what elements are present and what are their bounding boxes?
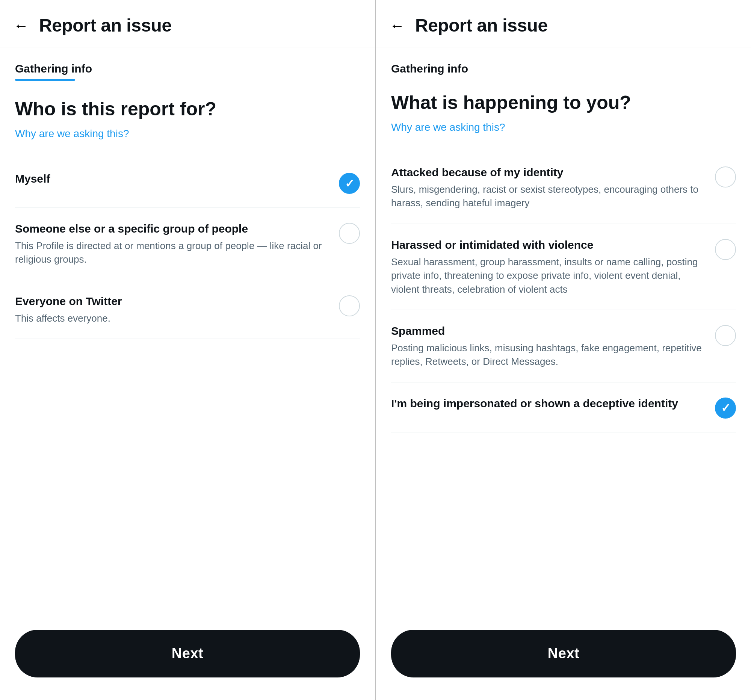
right-back-button[interactable]: ← bbox=[389, 18, 405, 33]
right-header-title: Report an issue bbox=[415, 15, 548, 36]
right-option-attacked-desc: Slurs, misgendering, racist or sexist st… bbox=[391, 182, 704, 210]
right-radio-harassed[interactable] bbox=[715, 239, 736, 260]
right-option-harassed[interactable]: Harassed or intimidated with violence Se… bbox=[391, 224, 736, 310]
right-option-spammed-label: Spammed bbox=[391, 323, 704, 338]
left-radio-everyone[interactable] bbox=[339, 295, 360, 316]
right-option-impersonated[interactable]: I'm being impersonated or shown a decept… bbox=[391, 383, 736, 433]
right-why-link[interactable]: Why are we asking this? bbox=[391, 121, 736, 133]
left-option-everyone[interactable]: Everyone on Twitter This affects everyon… bbox=[15, 280, 360, 339]
left-option-myself-label: Myself bbox=[15, 172, 328, 186]
right-gathering-label: Gathering info bbox=[391, 62, 736, 75]
left-section-title: Who is this report for? bbox=[15, 99, 360, 119]
left-option-someone-label: Someone else or a specific group of peop… bbox=[15, 221, 328, 236]
right-option-harassed-label: Harassed or intimidated with violence bbox=[391, 238, 704, 252]
right-radio-spammed[interactable] bbox=[715, 325, 736, 346]
left-option-everyone-desc: This affects everyone. bbox=[15, 312, 328, 325]
left-option-someone-else[interactable]: Someone else or a specific group of peop… bbox=[15, 208, 360, 280]
left-option-someone-desc: This Profile is directed at or mentions … bbox=[15, 239, 328, 266]
left-radio-myself[interactable] bbox=[339, 173, 360, 194]
right-radio-impersonated[interactable] bbox=[715, 397, 736, 419]
left-header-title: Report an issue bbox=[39, 15, 172, 36]
left-next-button[interactable]: Next bbox=[15, 630, 360, 677]
right-option-impersonated-label: I'm being impersonated or shown a decept… bbox=[391, 396, 704, 411]
right-option-attacked[interactable]: Attacked because of my identity Slurs, m… bbox=[391, 151, 736, 224]
left-gathering-label: Gathering info bbox=[15, 62, 360, 75]
left-option-myself[interactable]: Myself bbox=[15, 158, 360, 208]
right-screen: ← Report an issue Gathering info What is… bbox=[376, 0, 751, 700]
left-back-button[interactable]: ← bbox=[14, 18, 29, 33]
left-content: Gathering info Who is this report for? W… bbox=[0, 47, 375, 615]
right-option-attacked-label: Attacked because of my identity bbox=[391, 165, 704, 179]
left-header: ← Report an issue bbox=[0, 0, 375, 47]
right-footer: Next bbox=[376, 615, 751, 700]
left-radio-someone-else[interactable] bbox=[339, 223, 360, 244]
right-option-spammed-desc: Posting malicious links, misusing hashta… bbox=[391, 341, 704, 369]
left-footer: Next bbox=[0, 615, 375, 700]
right-section-title: What is happening to you? bbox=[391, 93, 736, 113]
right-content: Gathering info What is happening to you?… bbox=[376, 47, 751, 615]
right-next-button[interactable]: Next bbox=[391, 630, 736, 677]
right-option-spammed[interactable]: Spammed Posting malicious links, misusin… bbox=[391, 310, 736, 383]
right-option-harassed-desc: Sexual harassment, group harassment, ins… bbox=[391, 255, 704, 296]
right-radio-attacked[interactable] bbox=[715, 167, 736, 187]
left-progress-bar bbox=[15, 79, 75, 81]
left-screen: ← Report an issue Gathering info Who is … bbox=[0, 0, 376, 700]
right-header: ← Report an issue bbox=[376, 0, 751, 47]
left-why-link[interactable]: Why are we asking this? bbox=[15, 128, 360, 140]
left-option-everyone-label: Everyone on Twitter bbox=[15, 294, 328, 309]
